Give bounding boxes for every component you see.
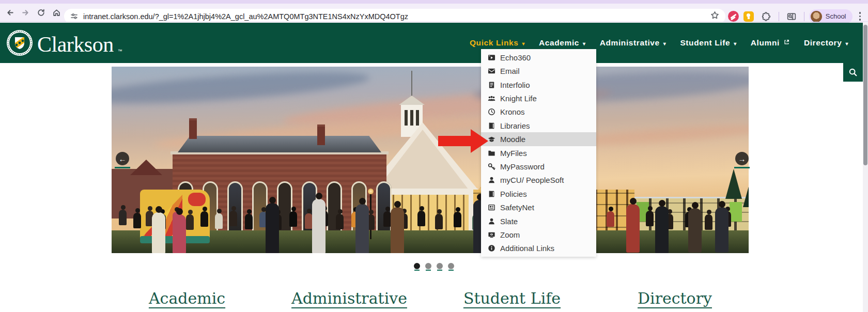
site-header: Clarkson ™ Quick Links ▾ Academic ▾ Admi… xyxy=(0,23,863,63)
home-icon[interactable] xyxy=(49,5,64,21)
nav-item-label: Alumni xyxy=(751,38,780,48)
carousel-dot[interactable] xyxy=(414,263,420,269)
dropdown-item[interactable]: Zoom xyxy=(481,228,596,241)
external-link-icon xyxy=(783,38,790,48)
section-link[interactable]: Directory xyxy=(638,289,712,307)
dropdown-item[interactable]: Interfolio xyxy=(481,78,596,91)
email-icon xyxy=(488,67,495,75)
quick-links-dropdown: Echo360 Email Interfolio Knight Life Kro… xyxy=(481,49,596,257)
logo-trademark: ™ xyxy=(118,46,122,56)
dropdown-item-label: Knight Life xyxy=(500,94,537,103)
dropdown-item[interactable]: Moodle xyxy=(481,132,596,146)
bookmark-star-icon[interactable] xyxy=(710,11,719,22)
nav-item[interactable]: Academic ▾ xyxy=(539,38,586,48)
nav-item-label: Directory xyxy=(804,38,842,48)
search-icon xyxy=(848,68,858,77)
dropdown-item[interactable]: Policies xyxy=(481,187,596,200)
profile-label: School xyxy=(826,12,846,20)
reload-icon[interactable] xyxy=(33,5,49,21)
dropdown-item-label: Zoom xyxy=(500,230,520,239)
dropdown-item-label: Echo360 xyxy=(500,53,531,62)
dropdown-item[interactable]: MyFiles xyxy=(481,146,596,160)
back-icon[interactable] xyxy=(2,5,18,21)
dropdown-item-label: Moodle xyxy=(500,135,525,144)
book-icon xyxy=(488,190,495,198)
dropdown-item[interactable]: Kronos xyxy=(481,105,596,119)
site-info-icon[interactable] xyxy=(70,12,78,20)
chevron-down-icon: ▾ xyxy=(734,41,737,46)
page-scrollbar xyxy=(863,23,868,312)
dropdown-item[interactable]: Libraries xyxy=(481,119,596,132)
dropdown-item-label: MyPassword xyxy=(500,162,545,171)
toolbar-divider xyxy=(804,12,804,21)
keep-extension-icon[interactable] xyxy=(743,11,754,22)
dropdown-item[interactable]: Additional Links xyxy=(481,242,596,255)
dropdown-item-label: myCU/ PeopleSoft xyxy=(500,176,564,184)
chrome-divider xyxy=(0,22,868,22)
dropdown-item[interactable]: Slate xyxy=(481,214,596,228)
dropdown-item[interactable]: SafetyNet xyxy=(481,200,596,214)
carousel-prev-underline xyxy=(115,167,130,168)
nav-item[interactable]: Student Life ▾ xyxy=(680,38,736,48)
nav-item-label: Student Life xyxy=(680,38,730,48)
folder-icon xyxy=(488,149,495,157)
dropdown-item[interactable]: Echo360 xyxy=(481,51,596,64)
dropdown-item[interactable]: MyPassword xyxy=(481,160,596,173)
section-links: AcademicAdministrativeStudent LifeDirect… xyxy=(0,289,868,312)
dropdown-item-label: Libraries xyxy=(500,121,530,130)
section-link[interactable]: Administrative xyxy=(291,289,407,307)
carousel-dot[interactable] xyxy=(437,263,443,269)
nav-item-label: Academic xyxy=(539,38,579,48)
info-icon xyxy=(488,244,495,252)
extension-red-icon[interactable] xyxy=(728,11,739,22)
scrollbar-thumb[interactable] xyxy=(863,25,867,165)
clarkson-seal-icon xyxy=(6,29,33,56)
user-icon xyxy=(488,217,495,225)
dropdown-item[interactable]: Knight Life xyxy=(481,91,596,105)
key-icon xyxy=(488,163,495,170)
display-icon xyxy=(488,231,495,239)
carousel-dot[interactable] xyxy=(448,263,454,269)
carousel-next-underline xyxy=(734,167,750,168)
screen: intranet.clarkson.edu/?_gl=1%2A1jhjbj4%2… xyxy=(0,0,868,312)
nav-item[interactable]: Directory ▾ xyxy=(804,38,848,48)
chevron-down-icon: ▾ xyxy=(522,41,525,46)
menu-kebab-icon[interactable] xyxy=(857,12,863,21)
user-icon xyxy=(488,176,495,184)
logo-wordmark: Clarkson xyxy=(37,33,114,56)
annotation-arrow xyxy=(438,129,488,153)
graduation-cap-icon xyxy=(488,135,495,143)
carousel-prev-button[interactable]: ← xyxy=(116,152,129,165)
dropdown-item[interactable]: myCU/ PeopleSoft xyxy=(481,174,596,187)
hero-carousel-image xyxy=(112,67,749,253)
dropdown-item-label: Slate xyxy=(500,217,518,226)
dropdown-item-label: Email xyxy=(500,67,520,75)
toolbar-divider xyxy=(779,12,779,21)
nav-item[interactable]: Alumni xyxy=(751,38,790,48)
dropdown-item[interactable]: Email xyxy=(481,64,596,77)
section-link[interactable]: Student Life xyxy=(463,289,561,307)
dropdown-item-label: Additional Links xyxy=(500,244,554,253)
section-link[interactable]: Academic xyxy=(149,289,225,307)
nav-item-label: Administrative xyxy=(600,38,660,48)
search-button[interactable] xyxy=(843,63,863,82)
chevron-down-icon: ▾ xyxy=(845,41,848,46)
nav-item[interactable]: Quick Links ▾ xyxy=(470,38,525,48)
carousel-next-button[interactable]: → xyxy=(735,152,749,165)
book-icon xyxy=(488,122,495,130)
carousel-dots xyxy=(0,263,868,269)
dropdown-item-label: MyFiles xyxy=(500,149,527,158)
nav-item[interactable]: Administrative ▾ xyxy=(600,38,667,48)
dropdown-item-label: Policies xyxy=(500,190,527,198)
clarkson-logo[interactable]: Clarkson ™ xyxy=(6,29,122,56)
url-text[interactable]: intranet.clarkson.edu/?_gl=1%2A1jhjbj4%2… xyxy=(83,12,408,21)
forward-icon[interactable] xyxy=(18,5,33,21)
chevron-down-icon: ▾ xyxy=(663,41,667,46)
main-nav: Quick Links ▾ Academic ▾ Administrative … xyxy=(470,38,848,48)
carousel-dot[interactable] xyxy=(425,263,431,269)
chevron-down-icon: ▾ xyxy=(583,41,586,46)
video-icon xyxy=(488,54,495,61)
users-icon xyxy=(488,95,495,102)
dropdown-item-label: Kronos xyxy=(500,107,525,116)
profile-avatar xyxy=(811,11,822,22)
